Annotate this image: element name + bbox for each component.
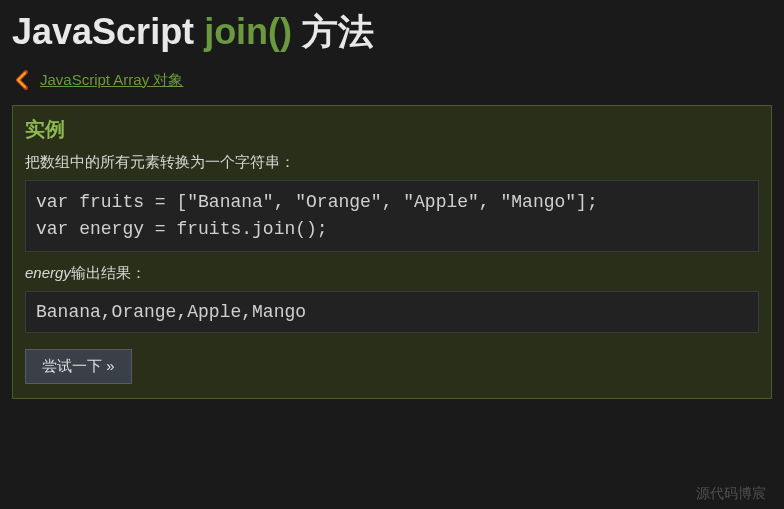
- title-method: join(): [204, 11, 292, 52]
- title-suffix: 方法: [292, 11, 374, 52]
- example-title: 实例: [25, 116, 759, 143]
- breadcrumb-link[interactable]: JavaScript Array 对象: [40, 71, 183, 90]
- output-label-suffix: 输出结果：: [71, 264, 146, 281]
- output-block: Banana,Orange,Apple,Mango: [25, 291, 759, 333]
- output-var-name: energy: [25, 264, 71, 281]
- back-arrow-icon: [12, 69, 34, 91]
- title-prefix: JavaScript: [12, 11, 204, 52]
- example-description: 把数组中的所有元素转换为一个字符串：: [25, 153, 759, 172]
- output-label: energy输出结果：: [25, 264, 759, 283]
- code-block: var fruits = ["Banana", "Orange", "Apple…: [25, 180, 759, 252]
- example-box: 实例 把数组中的所有元素转换为一个字符串： var fruits = ["Ban…: [12, 105, 772, 399]
- page-title: JavaScript join() 方法: [12, 8, 772, 57]
- watermark: 源代码博宸: [696, 485, 766, 503]
- breadcrumb: JavaScript Array 对象: [12, 69, 772, 91]
- try-it-button[interactable]: 尝试一下 »: [25, 349, 132, 384]
